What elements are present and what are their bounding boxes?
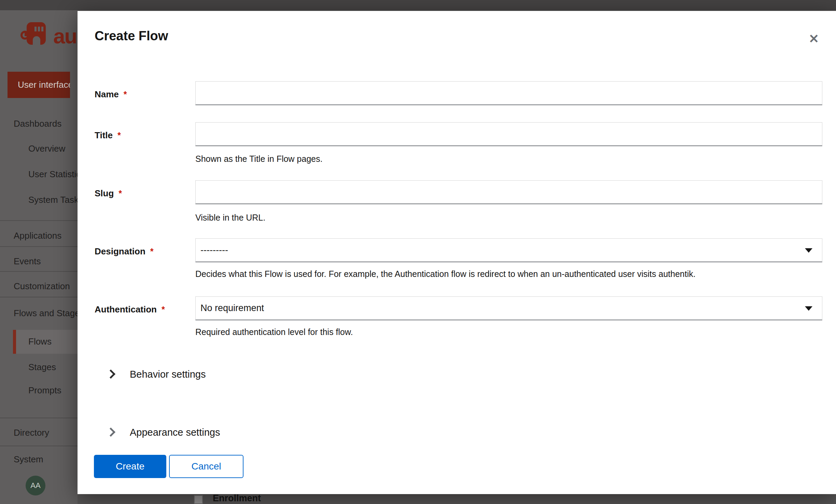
- chevron-right-icon: [106, 428, 115, 437]
- required-marker: *: [162, 305, 165, 314]
- logo-wordmark: au: [53, 24, 76, 48]
- interface-switcher-button[interactable]: User interface: [8, 72, 70, 98]
- name-input[interactable]: [195, 81, 822, 105]
- cancel-button[interactable]: Cancel: [169, 455, 243, 478]
- create-flow-modal: Create Flow ✕ Name* Title* Shown as the …: [78, 11, 836, 494]
- designation-selected-value: ---------: [200, 239, 228, 261]
- sidebar-item-user-statistics[interactable]: User Statistics: [28, 169, 78, 179]
- caret-down-icon: [805, 306, 812, 311]
- avatar-initials: AA: [30, 481, 40, 490]
- create-button[interactable]: Create: [94, 455, 166, 478]
- sidebar-item-overview[interactable]: Overview: [28, 143, 65, 154]
- title-label: Title*: [95, 130, 121, 140]
- required-marker: *: [124, 89, 127, 99]
- sidebar-item-flows[interactable]: Flows: [13, 330, 78, 354]
- title-help-text: Shown as the Title in Flow pages.: [195, 154, 322, 164]
- slug-input[interactable]: [195, 180, 822, 204]
- sidebar-divider: [0, 446, 78, 446]
- caret-down-icon: [805, 248, 812, 253]
- top-navbar: [0, 0, 836, 10]
- sidebar-item-dashboards[interactable]: Dashboards: [14, 118, 61, 129]
- sidebar-item-customization[interactable]: Customization: [14, 281, 70, 291]
- sidebar: au User interface Dashboards Overview Us…: [0, 10, 78, 504]
- sidebar-divider: [0, 271, 78, 272]
- behavior-settings-label: Behavior settings: [130, 368, 206, 380]
- name-label: Name*: [95, 89, 127, 99]
- authentication-help-text: Required authentication level for this f…: [195, 327, 353, 337]
- authentication-label: Authentication*: [95, 304, 165, 314]
- chevron-right-icon: [106, 369, 115, 379]
- avatar[interactable]: AA: [26, 476, 45, 495]
- appearance-settings-label: Appearance settings: [130, 426, 220, 438]
- slug-label: Slug*: [95, 188, 122, 198]
- sidebar-divider: [0, 297, 78, 297]
- title-input[interactable]: [195, 122, 822, 146]
- sidebar-item-system[interactable]: System: [14, 454, 43, 464]
- sidebar-item-directory[interactable]: Directory: [14, 428, 49, 438]
- sidebar-item-label: Flows: [28, 330, 78, 353]
- authentik-logo: au: [0, 10, 78, 58]
- sidebar-divider: [0, 246, 78, 247]
- slug-help-text: Visible in the URL.: [195, 212, 265, 223]
- designation-help-text: Decides what this Flow is used for. For …: [195, 269, 696, 279]
- row-checkbox[interactable]: [194, 495, 203, 504]
- sidebar-item-prompts[interactable]: Prompts: [28, 385, 61, 395]
- authentication-selected-value: No requirement: [200, 297, 264, 319]
- modal-title: Create Flow: [95, 29, 168, 43]
- designation-label: Designation*: [95, 246, 154, 256]
- sidebar-item-events[interactable]: Events: [14, 256, 41, 266]
- designation-select[interactable]: ---------: [195, 238, 822, 262]
- sidebar-item-applications[interactable]: Applications: [14, 230, 61, 241]
- sidebar-divider: [0, 418, 78, 418]
- required-marker: *: [150, 247, 154, 256]
- sidebar-item-stages[interactable]: Stages: [28, 362, 56, 372]
- sidebar-item-flows-and-stages[interactable]: Flows and Stages: [14, 308, 78, 318]
- sidebar-divider: [0, 220, 78, 221]
- sidebar-item-system-tasks[interactable]: System Tasks: [28, 195, 78, 205]
- background-row-label: Enrollment: [213, 493, 261, 504]
- authentication-select[interactable]: No requirement: [195, 296, 822, 320]
- required-marker: *: [117, 130, 121, 140]
- required-marker: *: [119, 188, 122, 198]
- close-icon[interactable]: ✕: [804, 29, 824, 49]
